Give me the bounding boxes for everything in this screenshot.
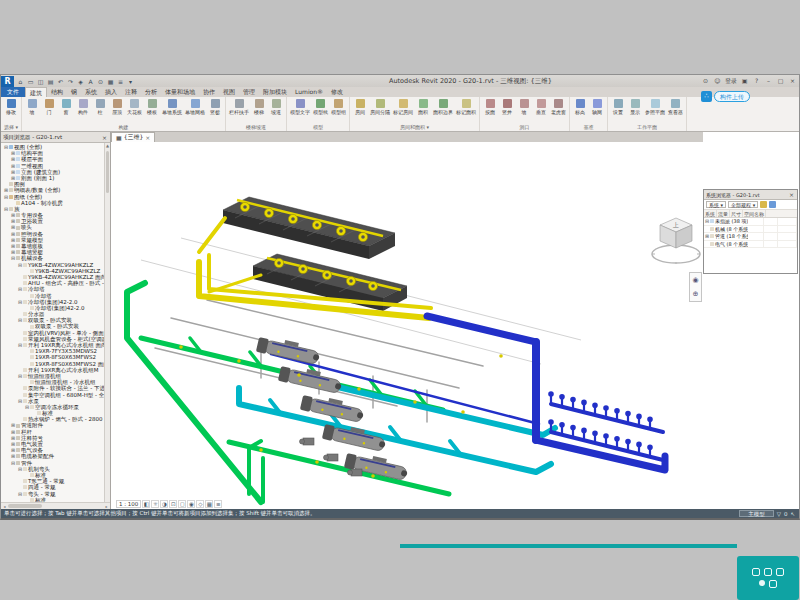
ribbon-button[interactable]: 房间 (352, 98, 368, 115)
steering-wheel-icon[interactable]: ◉ (692, 273, 698, 287)
ribbon-tab[interactable]: 系统 (81, 87, 101, 97)
quick-access-button[interactable]: ⌂ (16, 77, 25, 86)
ribbon-button[interactable]: 天花板 (126, 98, 143, 115)
scale-control[interactable]: 1 : 100 (116, 500, 141, 508)
ribbon-tab[interactable]: 分析 (141, 87, 161, 97)
quick-access-button[interactable]: ↷ (66, 77, 75, 86)
filter-icon[interactable]: ▽ (777, 510, 781, 518)
quick-access-button[interactable]: ↶ (56, 77, 65, 86)
ribbon-button[interactable]: 墙 (24, 98, 40, 115)
close-icon[interactable]: × (101, 134, 108, 141)
ribbon-button[interactable]: 幕墙系统 (161, 98, 183, 115)
titlebar-icon[interactable]: – (764, 76, 773, 85)
select-cursor-icon[interactable]: ↖ (790, 510, 795, 518)
quick-access-button[interactable]: ≡ (116, 77, 125, 86)
file-tab[interactable]: 文件 (1, 87, 25, 97)
quick-access-button[interactable]: ◈ (76, 77, 85, 86)
system-row[interactable]: 机械 (8 个系统) (704, 226, 797, 234)
project-browser-header[interactable]: 项目浏览器 - G20-1.rvt × (1, 132, 110, 143)
ribbon-button[interactable]: 模型组 (330, 98, 347, 115)
titlebar-icon[interactable]: ? (752, 76, 761, 85)
project-browser-vertical-scrollbar[interactable]: ▲ (104, 143, 110, 502)
system-browser-header[interactable]: 系统浏览器 - G20-1.rvt × (704, 190, 797, 200)
ribbon-tab[interactable]: 结构 (47, 87, 67, 97)
ribbon-button[interactable]: 门 (41, 98, 57, 115)
column-header[interactable]: 流量 (717, 210, 730, 217)
ribbon-button[interactable]: 面积边界 (432, 98, 454, 115)
revit-logo-icon[interactable]: R (1, 76, 14, 87)
column-header[interactable]: 系统 (704, 210, 717, 217)
ribbon-tab[interactable]: 修改 (327, 87, 347, 97)
ribbon-button[interactable]: 标高 (572, 98, 588, 115)
quick-access-button[interactable]: ▦ (106, 77, 115, 86)
ribbon-button[interactable]: 模型线 (312, 98, 329, 115)
scrollbar-thumb[interactable] (106, 151, 109, 193)
ribbon-button[interactable]: 幕墙网格 (184, 98, 206, 115)
system-row[interactable]: ⊟未指派 (38 项) (704, 218, 797, 226)
ribbon-button[interactable]: 楼梯 (251, 98, 267, 115)
zoom-icon[interactable]: ⊕ (693, 287, 699, 301)
column-header[interactable]: 空间名称 (743, 210, 766, 217)
ribbon-tab[interactable]: 视图 (219, 87, 239, 97)
ribbon-button[interactable]: 屋顶 (109, 98, 125, 115)
ribbon-tab[interactable]: 注释 (121, 87, 141, 97)
ribbon-button[interactable]: 房间分隔 (369, 98, 391, 115)
discipline-filter-select[interactable]: 全部规程 ▾ (728, 201, 758, 208)
tree-item[interactable]: 标准 (1, 497, 110, 502)
ribbon-button[interactable]: 竖井 (499, 98, 515, 115)
system-row[interactable]: 电气 (8 个系统) (704, 241, 797, 249)
ribbon-button[interactable]: 墙 (516, 98, 532, 115)
view-control-icon[interactable]: ◻ (178, 500, 186, 508)
ribbon-button[interactable]: 标记房间 (392, 98, 414, 115)
ribbon-button[interactable]: 显示 (627, 98, 643, 115)
ribbon-tab[interactable]: 钢 (67, 87, 81, 97)
view-control-icon[interactable]: ☼ (151, 500, 159, 508)
scrollbar-thumb[interactable] (8, 504, 42, 508)
ribbon-button[interactable]: 按面 (482, 98, 498, 115)
view-control-icon[interactable]: ⊡ (169, 500, 177, 508)
ribbon-button[interactable]: 标记面积 (455, 98, 477, 115)
titlebar-icon[interactable]: ▢ (776, 76, 785, 85)
ribbon-button[interactable]: 修改 (3, 98, 19, 115)
quick-access-button[interactable]: ▾ (126, 77, 135, 86)
ribbon-button[interactable]: 楼板 (144, 98, 160, 115)
ribbon-tab[interactable]: 插入 (101, 87, 121, 97)
quick-access-button[interactable]: ▭ (26, 77, 35, 86)
columns-icon[interactable] (769, 201, 776, 208)
quick-access-button[interactable]: ▤ (46, 77, 55, 86)
ribbon-button[interactable]: 参照平面 (644, 98, 666, 115)
ribbon-button[interactable]: 设置 (610, 98, 626, 115)
titlebar-icon[interactable]: 登录 (725, 76, 737, 85)
quick-access-button[interactable]: A (86, 77, 95, 86)
ribbon-tab[interactable]: 协作 (199, 87, 219, 97)
view-control-icon[interactable]: ◉ (187, 500, 195, 508)
viewcube[interactable]: 上 (647, 208, 705, 272)
view-tab-close-icon[interactable]: × (145, 134, 150, 141)
plugin-icon[interactable]: ∴ (701, 91, 712, 102)
quick-access-button[interactable]: ◫ (36, 77, 45, 86)
quick-access-button[interactable]: ⊙ (96, 77, 105, 86)
column-header[interactable]: 尺寸 (730, 210, 743, 217)
titlebar-icon[interactable]: ☺ (713, 76, 722, 85)
design-option-select[interactable]: 主模型 (739, 510, 774, 517)
ribbon-tab[interactable]: 管理 (239, 87, 259, 97)
close-icon[interactable]: × (788, 191, 795, 198)
scroll-up-icon[interactable]: ▲ (105, 143, 110, 149)
ribbon-tab[interactable]: 附加模块 (259, 87, 291, 97)
ribbon-button[interactable]: 构件 (75, 98, 91, 115)
remote-toolbar-widget[interactable] (737, 556, 799, 600)
scroll-right-icon[interactable]: ▸ (103, 504, 110, 509)
view-control-icon[interactable]: ◑ (160, 500, 168, 508)
ribbon-button[interactable]: 坡道 (268, 98, 284, 115)
autofit-icon[interactable] (760, 201, 767, 208)
ribbon-tab[interactable]: 体量和场地 (161, 87, 199, 97)
titlebar-icon[interactable]: ⊙ (701, 76, 710, 85)
view-control-icon[interactable]: ≡ (214, 500, 222, 508)
scroll-left-icon[interactable]: ◂ (1, 504, 8, 509)
ribbon-button[interactable]: 轴网 (589, 98, 605, 115)
ribbon-button[interactable]: 竖梃 (207, 98, 223, 115)
system-row[interactable]: ⊞管道 (18 个系统) (704, 233, 797, 241)
ribbon-tab[interactable]: 建筑 (25, 87, 47, 97)
ribbon-button[interactable]: 窗 (58, 98, 74, 115)
project-browser-horizontal-scrollbar[interactable]: ◂ ▸ (1, 502, 110, 509)
